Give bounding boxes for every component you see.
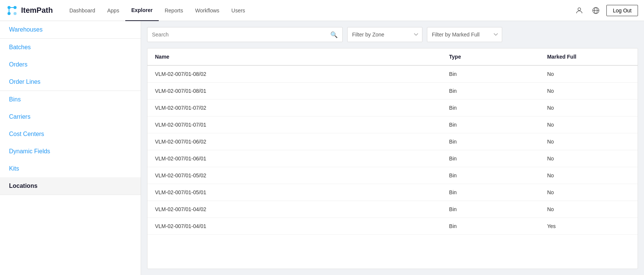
table-row[interactable]: VLM-02-007/01-07/02 Bin No xyxy=(147,100,638,116)
cell-marked-full: No xyxy=(539,201,638,218)
main-layout: Warehouses Batches Orders Order Lines Bi… xyxy=(0,21,644,275)
sidebar-item-batches[interactable]: Batches xyxy=(0,39,141,56)
nav-users[interactable]: Users xyxy=(225,0,251,21)
topnav: ItemPath Dashboard Apps Explorer Reports… xyxy=(0,0,644,21)
cell-name: VLM-02-007/01-08/02 xyxy=(147,65,442,83)
nav-dashboard[interactable]: Dashboard xyxy=(63,0,101,21)
nav-workflows[interactable]: Workflows xyxy=(189,0,225,21)
sidebar-section-resources: Bins Carriers Cost Centers Dynamic Field… xyxy=(0,91,141,195)
cell-name: VLM-02-007/01-04/01 xyxy=(147,218,442,235)
logo-text: ItemPath xyxy=(21,6,53,15)
sidebar-section-orders: Batches Orders Order Lines xyxy=(0,39,141,91)
filter-zone-select[interactable]: Filter by Zone xyxy=(347,27,422,42)
cell-type: Bin xyxy=(442,218,540,235)
table-row[interactable]: VLM-02-007/01-08/02 Bin No xyxy=(147,65,638,83)
search-input[interactable] xyxy=(152,32,330,38)
table-body: VLM-02-007/01-08/02 Bin No VLM-02-007/01… xyxy=(147,65,638,235)
cell-marked-full: No xyxy=(539,100,638,116)
sidebar-item-kits[interactable]: Kits xyxy=(0,160,141,177)
col-header-name: Name xyxy=(147,48,442,65)
sidebar-item-cost-centers[interactable]: Cost Centers xyxy=(0,125,141,143)
toolbar: 🔍 Filter by Zone Filter by Marked Full xyxy=(141,21,644,48)
cell-marked-full: No xyxy=(539,133,638,150)
cell-type: Bin xyxy=(442,100,540,116)
nav-explorer[interactable]: Explorer xyxy=(125,0,159,21)
sidebar-item-dynamic-fields[interactable]: Dynamic Fields xyxy=(0,143,141,160)
sidebar-item-locations[interactable]: Locations xyxy=(0,177,141,195)
sidebar-item-bins[interactable]: Bins xyxy=(0,91,141,108)
cell-name: VLM-02-007/01-07/01 xyxy=(147,116,442,133)
filter-marked-select[interactable]: Filter by Marked Full xyxy=(427,27,502,42)
nav-right: Log Out xyxy=(573,5,638,17)
nav-reports[interactable]: Reports xyxy=(159,0,189,21)
cell-type: Bin xyxy=(442,83,540,100)
cell-type: Bin xyxy=(442,184,540,201)
cell-type: Bin xyxy=(442,133,540,150)
table-row[interactable]: VLM-02-007/01-06/02 Bin No xyxy=(147,133,638,150)
cell-type: Bin xyxy=(442,201,540,218)
globe-icon[interactable] xyxy=(590,5,602,17)
cell-marked-full: Yes xyxy=(539,218,638,235)
table-row[interactable]: VLM-02-007/01-07/01 Bin No xyxy=(147,116,638,133)
svg-point-6 xyxy=(578,8,581,10)
sidebar-item-order-lines[interactable]: Order Lines xyxy=(0,73,141,91)
cell-marked-full: No xyxy=(539,83,638,100)
logout-button[interactable]: Log Out xyxy=(606,5,638,16)
sidebar-item-warehouses[interactable]: Warehouses xyxy=(0,21,141,38)
table-header-row: Name Type Marked Full xyxy=(147,48,638,65)
cell-name: VLM-02-007/01-08/01 xyxy=(147,83,442,100)
table-row[interactable]: VLM-02-007/01-08/01 Bin No xyxy=(147,83,638,100)
cell-name: VLM-02-007/01-05/01 xyxy=(147,184,442,201)
table-row[interactable]: VLM-02-007/01-05/01 Bin No xyxy=(147,184,638,201)
cell-marked-full: No xyxy=(539,167,638,184)
cell-marked-full: No xyxy=(539,184,638,201)
cell-name: VLM-02-007/01-04/02 xyxy=(147,201,442,218)
cell-marked-full: No xyxy=(539,116,638,133)
table-row[interactable]: VLM-02-007/01-04/01 Bin Yes xyxy=(147,218,638,235)
main-content: 🔍 Filter by Zone Filter by Marked Full N… xyxy=(141,21,644,275)
search-icon: 🔍 xyxy=(330,31,338,38)
sidebar: Warehouses Batches Orders Order Lines Bi… xyxy=(0,21,141,275)
cell-name: VLM-02-007/01-06/01 xyxy=(147,150,442,167)
nav-apps[interactable]: Apps xyxy=(101,0,125,21)
cell-marked-full: No xyxy=(539,150,638,167)
sidebar-item-carriers[interactable]: Carriers xyxy=(0,108,141,125)
cell-type: Bin xyxy=(442,167,540,184)
logo[interactable]: ItemPath xyxy=(6,5,53,17)
table-row[interactable]: VLM-02-007/01-06/01 Bin No xyxy=(147,150,638,167)
nav-links: Dashboard Apps Explorer Reports Workflow… xyxy=(63,0,573,21)
cell-type: Bin xyxy=(442,150,540,167)
col-header-marked: Marked Full xyxy=(539,48,638,65)
locations-table: Name Type Marked Full VLM-02-007/01-08/0… xyxy=(147,48,638,235)
locations-table-wrap: Name Type Marked Full VLM-02-007/01-08/0… xyxy=(147,48,638,269)
cell-type: Bin xyxy=(442,116,540,133)
sidebar-section-warehouses: Warehouses xyxy=(0,21,141,39)
sidebar-item-orders[interactable]: Orders xyxy=(0,56,141,73)
cell-name: VLM-02-007/01-05/02 xyxy=(147,167,442,184)
svg-point-3 xyxy=(14,12,17,15)
table-row[interactable]: VLM-02-007/01-04/02 Bin No xyxy=(147,201,638,218)
cell-name: VLM-02-007/01-07/02 xyxy=(147,100,442,116)
logo-icon xyxy=(6,5,18,17)
user-icon[interactable] xyxy=(573,5,585,17)
cell-name: VLM-02-007/01-06/02 xyxy=(147,133,442,150)
table-row[interactable]: VLM-02-007/01-05/02 Bin No xyxy=(147,167,638,184)
search-wrap: 🔍 xyxy=(147,27,343,42)
col-header-type: Type xyxy=(442,48,540,65)
cell-marked-full: No xyxy=(539,65,638,83)
cell-type: Bin xyxy=(442,65,540,83)
